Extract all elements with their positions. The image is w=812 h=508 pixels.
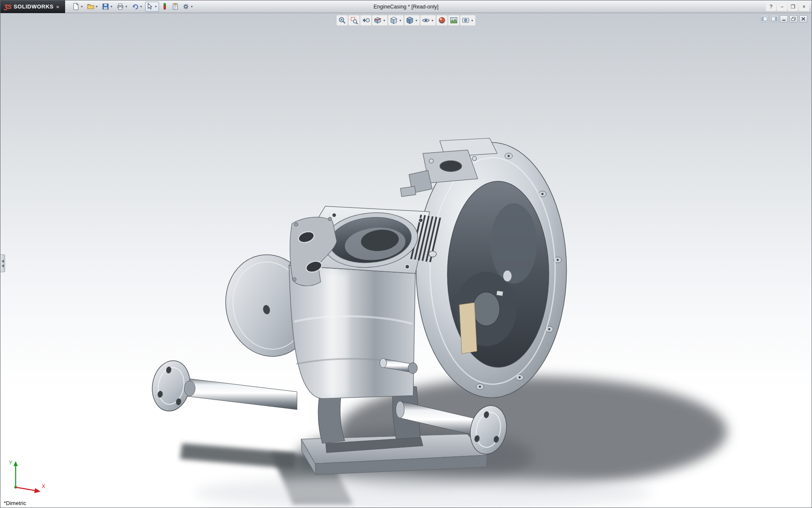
document-close-button[interactable] <box>799 15 807 22</box>
dropdown-arrow-icon[interactable]: ▾ <box>80 5 84 8</box>
document-restore-button[interactable] <box>790 15 798 22</box>
window-controls: ? − ❐ × <box>766 3 812 11</box>
show-task-pane-button[interactable] <box>770 15 778 22</box>
document-minimize-icon <box>781 17 787 21</box>
previous-view-button[interactable] <box>360 15 371 25</box>
view-settings-button[interactable]: ▾ <box>460 15 475 25</box>
dropdown-arrow-icon[interactable]: ▾ <box>382 19 386 22</box>
apply-scene-button[interactable] <box>448 15 459 25</box>
dropdown-arrow-icon[interactable]: ▾ <box>414 19 418 22</box>
solidworks-window: ƷS SOLIDWORKS » ▾ ▾ ▾ <box>0 0 812 508</box>
model-3d-view[interactable] <box>0 13 812 508</box>
featuremanager-flyout-tab[interactable] <box>0 254 5 272</box>
edit-appearance-button[interactable] <box>436 15 447 25</box>
bearing-shim-part[interactable] <box>459 303 477 354</box>
previous-view-icon <box>362 16 370 25</box>
titlebar: ƷS SOLIDWORKS » ▾ ▾ ▾ <box>0 0 812 13</box>
save-button[interactable]: ▾ <box>101 2 115 12</box>
select-button[interactable]: ▾ <box>145 2 159 12</box>
zoom-to-fit-icon <box>338 16 346 25</box>
standard-toolbar: ▾ ▾ ▾ ▾ <box>71 2 195 12</box>
dropdown-arrow-icon[interactable]: ▾ <box>139 5 143 8</box>
undo-button[interactable]: ▾ <box>130 2 144 12</box>
display-style-icon <box>406 16 414 25</box>
solidworks-brand-text: SOLIDWORKS <box>14 3 54 10</box>
solidworks-logo-mark: ƷS <box>4 3 11 10</box>
view-orientation-button[interactable]: ▾ <box>388 15 403 25</box>
dropdown-arrow-icon[interactable]: ▾ <box>431 19 434 22</box>
undo-icon <box>132 3 139 10</box>
view-orientation-label: *Dimetric <box>4 500 26 506</box>
hide-show-items-button[interactable]: ▾ <box>420 15 436 25</box>
options-button[interactable]: ▾ <box>181 2 195 12</box>
save-icon <box>102 3 109 10</box>
options-gear-icon <box>182 3 189 10</box>
document-close-icon <box>801 17 806 21</box>
new-document-button[interactable]: ▾ <box>71 2 85 12</box>
print-button[interactable]: ▾ <box>115 2 129 12</box>
new-document-icon <box>72 3 80 10</box>
edit-appearance-ball-icon <box>438 16 446 25</box>
document-window-controls <box>760 15 807 22</box>
left-support-shaft[interactable] <box>148 358 297 414</box>
document-restore-icon <box>791 17 796 21</box>
open-folder-icon <box>87 3 94 10</box>
graphics-viewport[interactable]: ▾ ▾ ▾ ▾ <box>0 13 812 508</box>
dropdown-arrow-icon[interactable]: ▾ <box>95 5 99 8</box>
triad-y-label: Y <box>9 460 12 466</box>
logo-chevron-icon: » <box>56 3 59 10</box>
view-orientation-cube-icon <box>390 16 398 25</box>
chevron-left-icon <box>2 264 4 268</box>
display-style-button[interactable]: ▾ <box>404 15 420 25</box>
triad-x-label: X <box>42 483 45 489</box>
reference-triad[interactable]: Y X <box>6 458 49 497</box>
select-cursor-icon <box>146 3 154 10</box>
view-settings-icon <box>461 16 470 25</box>
document-minimize-button[interactable] <box>780 15 788 22</box>
zoom-to-fit-button[interactable] <box>337 15 348 25</box>
heads-up-view-toolbar: ▾ ▾ ▾ ▾ <box>337 15 475 25</box>
show-display-pane-button[interactable] <box>760 15 768 22</box>
selection-filter-button[interactable] <box>160 2 170 12</box>
apply-scene-icon <box>450 16 458 25</box>
print-icon <box>117 3 124 10</box>
zoom-to-area-button[interactable] <box>348 15 359 25</box>
dropdown-arrow-icon[interactable]: ▾ <box>398 19 402 22</box>
properties-button[interactable] <box>170 2 180 12</box>
selection-filter-icon <box>161 3 168 10</box>
hide-show-items-eye-icon <box>422 16 430 25</box>
zoom-to-area-icon <box>350 16 358 25</box>
restore-button[interactable]: ❐ <box>788 3 798 11</box>
section-view-button[interactable]: ▾ <box>372 15 387 25</box>
dropdown-arrow-icon[interactable]: ▾ <box>124 5 128 8</box>
solidworks-logo: ƷS SOLIDWORKS » <box>0 0 65 13</box>
dropdown-arrow-icon[interactable]: ▾ <box>190 5 194 8</box>
open-button[interactable]: ▾ <box>86 2 100 12</box>
show-display-pane-icon <box>761 16 768 22</box>
section-view-icon <box>373 16 382 25</box>
close-button[interactable]: × <box>799 3 809 11</box>
minimize-button[interactable]: − <box>777 3 787 11</box>
help-button[interactable]: ? <box>766 3 776 11</box>
dropdown-arrow-icon[interactable]: ▾ <box>154 5 158 8</box>
dropdown-arrow-icon[interactable]: ▾ <box>110 5 113 8</box>
chevron-left-icon <box>2 260 4 263</box>
properties-clipboard-icon <box>172 3 179 10</box>
show-task-pane-icon <box>771 16 777 22</box>
dropdown-arrow-icon[interactable]: ▾ <box>470 19 474 22</box>
